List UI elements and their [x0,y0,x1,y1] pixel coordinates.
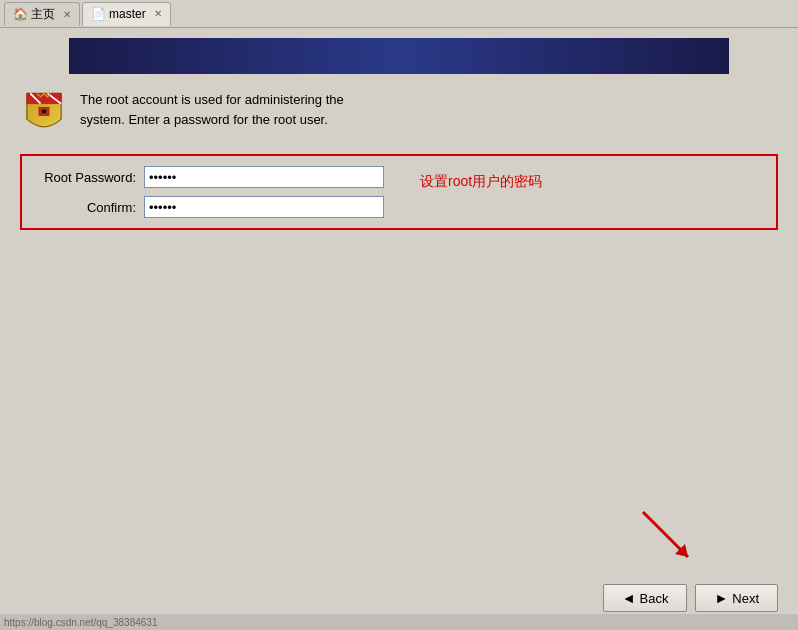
tab-home-close[interactable]: ✕ [63,9,71,20]
next-icon: ► [714,590,728,606]
root-password-input[interactable] [144,166,384,188]
tab-bar: 🏠 主页 ✕ 📄 master ✕ [0,0,798,28]
tab-home-label: 主页 [31,6,55,23]
back-icon: ◄ [622,590,636,606]
button-area: ◄ Back ► Next [603,584,778,612]
home-icon: 🏠 [13,7,27,21]
arrow-indicator [633,502,703,575]
info-section: The root account is used for administeri… [20,90,778,138]
main-content: The root account is used for administeri… [0,28,798,630]
form-row-password: Root Password: [34,166,764,188]
shield-icon [20,90,68,138]
confirm-label: Confirm: [34,200,144,215]
annotation-text: 设置root用户的密码 [420,173,542,191]
next-button[interactable]: ► Next [695,584,778,612]
back-button[interactable]: ◄ Back [603,584,688,612]
svg-point-1 [41,109,46,114]
next-label: Next [732,591,759,606]
confirm-input[interactable] [144,196,384,218]
info-text: The root account is used for administeri… [80,90,360,129]
tab-master-close[interactable]: ✕ [154,8,162,19]
tab-home[interactable]: 🏠 主页 ✕ [4,2,80,26]
root-password-label: Root Password: [34,170,144,185]
content-area: The root account is used for administeri… [0,74,798,246]
header-banner [69,38,729,74]
form-section: Root Password: Confirm: [20,154,778,230]
url-text: https://blog.csdn.net/qq_38384631 [4,617,157,628]
url-bar: https://blog.csdn.net/qq_38384631 [0,614,798,630]
tab-master-label: master [109,7,146,21]
back-label: Back [640,591,669,606]
form-row-confirm: Confirm: [34,196,764,218]
tab-master[interactable]: 📄 master ✕ [82,2,171,26]
page-icon: 📄 [91,7,105,21]
